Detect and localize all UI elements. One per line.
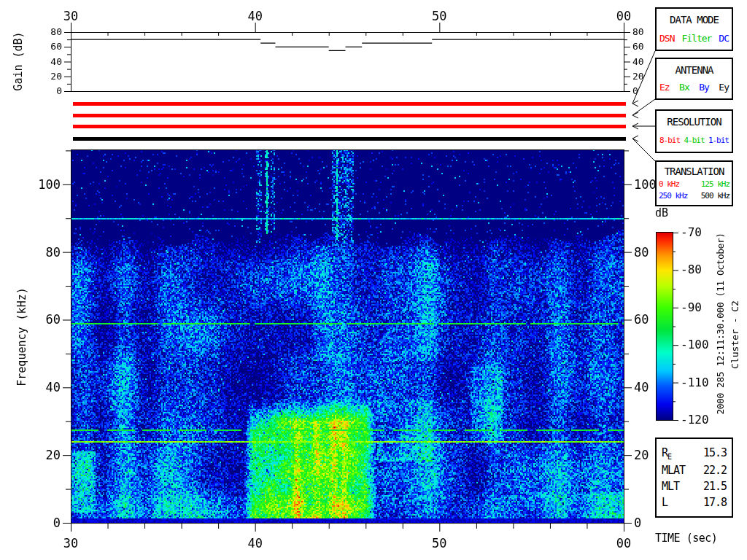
option-1bit: 1-bit <box>708 136 729 145</box>
ephemeris-value: 21.5 <box>703 480 727 493</box>
ephemeris-label: MLT <box>662 480 679 493</box>
translation-row-2: 250 kHz 500 kHz <box>659 191 729 201</box>
freq-tick-label-left: 80 <box>46 245 61 260</box>
panel-connector-arrowhead <box>632 104 638 106</box>
resolution-title: RESOLUTION <box>659 116 729 128</box>
resolution-options: 8-bit 4-bit 1-bit <box>659 136 729 145</box>
colorbar-tick-label: -110 <box>681 376 709 389</box>
freq-tick-label-left: 60 <box>46 312 61 327</box>
panel-connector-arrowhead <box>632 139 638 141</box>
option-8bit: 8-bit <box>659 136 680 145</box>
option-125khz: 125 kHz <box>701 179 729 189</box>
freq-tick-label-right: 60 <box>634 312 649 327</box>
antenna-title: ANTENNA <box>659 64 729 76</box>
ephemeris-label: RE <box>662 446 671 461</box>
translation-row-1: 0 kHz 125 kHz <box>659 179 729 189</box>
indicator-bar-data-mode <box>73 102 626 106</box>
time-tick-label-bottom: 50 <box>432 536 446 551</box>
gain-tick-label-right: 80 <box>632 26 644 37</box>
gain-tick-label-left: 60 <box>50 41 62 52</box>
ephemeris-label: MLAT <box>662 464 685 477</box>
ephemeris-panel: RE 15.3 MLAT 22.2 MLT 21.5 L 17.8 <box>655 438 733 518</box>
colorbar-unit-label: dB <box>655 206 668 219</box>
option-4bit: 4-bit <box>684 136 704 145</box>
ephemeris-label: L <box>662 496 667 509</box>
panel-connector-line <box>632 139 655 161</box>
gain-tick-label-left: 0 <box>56 85 62 96</box>
panel-connector-arrowhead <box>632 123 638 126</box>
colorbar-tick-label: -70 <box>681 225 702 239</box>
gain-tick-label-left: 20 <box>50 71 62 82</box>
option-filter: Filter <box>681 33 711 44</box>
translation-panel: TRANSLATION 0 kHz 125 kHz 250 kHz 500 kH… <box>655 160 733 206</box>
option-ez: Ez <box>659 82 670 93</box>
gain-trace <box>71 39 624 50</box>
freq-tick-label-right: 80 <box>634 245 649 260</box>
time-tick-label-top: 00 <box>616 9 631 23</box>
indicator-bar-translation <box>73 137 626 141</box>
ephemeris-value: 15.3 <box>703 446 727 461</box>
colorbar-tick-label: -80 <box>681 262 702 276</box>
timestamp-label: 2000 285 12:11:30.000 (11 October) <box>715 222 727 426</box>
panel-connector-arrowhead <box>632 115 638 118</box>
panel-connector-arrowhead <box>632 136 638 139</box>
time-tick-label-top: 40 <box>247 9 262 23</box>
antenna-panel: ANTENNA Ez Bx By Ey <box>655 58 733 100</box>
gain-tick-label-right: 40 <box>632 56 644 67</box>
colorbar-tick-label: -100 <box>681 338 709 351</box>
antenna-options: Ez Bx By Ey <box>659 82 729 93</box>
time-tick-label-top: 30 <box>63 9 78 23</box>
freq-tick-label-left: 40 <box>46 380 61 394</box>
time-tick-label-bottom: 40 <box>247 536 262 551</box>
time-tick-label-bottom: 30 <box>63 536 78 551</box>
freq-tick-label-left: 20 <box>46 448 61 462</box>
time-axis-label: TIME (sec) <box>655 532 717 545</box>
translation-title: TRANSLATION <box>659 166 729 177</box>
gain-plot-frame <box>71 33 624 92</box>
gain-tick-label-right: 0 <box>632 85 638 96</box>
panel-connector-line <box>632 99 655 115</box>
gain-tick-label-right: 20 <box>632 71 644 82</box>
colorbar-tick-label: -120 <box>681 413 709 427</box>
frequency-axis-label: Frequency (kHz) <box>15 257 27 417</box>
gain-axis-label: Gain (dB) <box>12 10 23 112</box>
gain-tick-label-left: 40 <box>50 56 62 67</box>
colorbar-gradient <box>657 233 673 420</box>
gain-tick-label-left: 80 <box>50 26 62 37</box>
wbd-spectrogram-display: 3030404050500000002020404060608080002020… <box>0 0 747 560</box>
option-0khz: 0 kHz <box>659 179 679 189</box>
option-by: By <box>699 82 709 93</box>
ephemeris-value: 22.2 <box>703 464 727 477</box>
freq-tick-label-right: 0 <box>634 516 641 530</box>
data-mode-panel: DATA MODE DSN Filter DC <box>655 7 733 51</box>
indicator-bar-antenna <box>73 114 626 117</box>
time-tick-label-top: 50 <box>432 9 446 23</box>
data-mode-title: DATA MODE <box>659 14 729 26</box>
panel-connector-arrowhead <box>632 112 638 115</box>
spectrogram-canvas <box>71 149 624 523</box>
data-mode-options: DSN Filter DC <box>659 33 729 44</box>
panel-connector-arrowhead <box>632 126 638 129</box>
freq-tick-label-right: 40 <box>634 380 649 394</box>
spacecraft-label: Cluster - C2 <box>729 276 741 393</box>
time-tick-label-bottom: 00 <box>616 536 631 551</box>
option-bx: Bx <box>679 82 689 93</box>
resolution-panel: RESOLUTION 8-bit 4-bit 1-bit <box>655 109 733 153</box>
option-500khz: 500 kHz <box>701 191 729 201</box>
ephemeris-value: 17.8 <box>703 496 727 509</box>
freq-tick-label-left: 100 <box>38 177 61 192</box>
ephemeris-row-re: RE 15.3 <box>662 446 727 461</box>
gain-tick-label-right: 60 <box>632 41 644 52</box>
ephemeris-row-mlt: MLT 21.5 <box>662 480 727 493</box>
option-ey: Ey <box>719 82 729 93</box>
freq-tick-label-left: 0 <box>53 516 61 530</box>
ephemeris-row-mlat: MLAT 22.2 <box>662 464 727 477</box>
panel-connector-line <box>632 51 655 104</box>
option-dc: DC <box>719 33 729 44</box>
option-dsn: DSN <box>659 33 674 44</box>
indicator-bar-resolution <box>73 125 626 128</box>
ephemeris-row-l: L 17.8 <box>662 496 727 509</box>
colorbar-tick-label: -90 <box>681 300 702 314</box>
freq-tick-label-right: 20 <box>634 448 649 462</box>
freq-tick-label-right: 100 <box>634 177 657 192</box>
